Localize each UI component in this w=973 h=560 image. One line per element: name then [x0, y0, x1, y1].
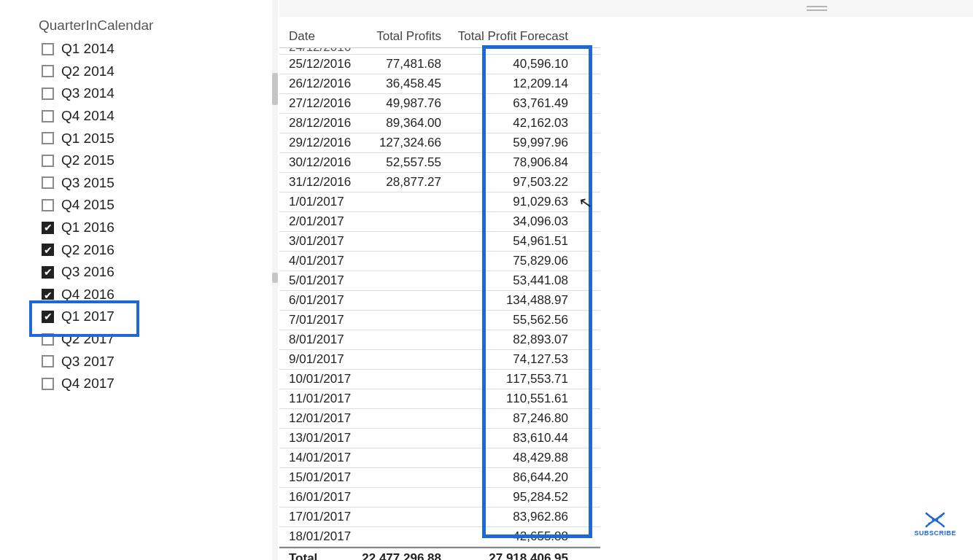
cell-forecast: 54,961.51 — [457, 234, 584, 249]
slicer-item[interactable]: Q2 2016 — [39, 238, 221, 261]
checkbox-icon[interactable] — [42, 222, 54, 234]
slicer-item-label: Q3 2014 — [61, 85, 115, 101]
table-row: 24/12/2016 — [279, 48, 600, 55]
checkbox-icon[interactable] — [42, 333, 54, 346]
quarter-slicer[interactable]: QuarterInCalendar Q1 2014Q2 2014Q3 2014Q… — [39, 18, 221, 395]
table-row[interactable]: 7/01/201755,562.56 — [279, 311, 600, 330]
checkbox-icon[interactable] — [42, 289, 54, 300]
cell-forecast: 91,029.63 — [457, 195, 584, 209]
svg-point-0 — [929, 523, 931, 525]
slicer-item[interactable]: Q4 2014 — [39, 105, 221, 128]
cell-date: 3/01/2017 — [279, 234, 361, 249]
slicer-item-label: Q4 2015 — [61, 197, 115, 213]
cell-forecast: 83,610.44 — [457, 431, 584, 446]
table-row[interactable]: 18/01/201742,655.88 — [279, 527, 600, 547]
slicer-item[interactable]: Q3 2016 — [39, 261, 221, 284]
slicer-item[interactable]: Q3 2017 — [39, 350, 221, 373]
cell-date: 18/01/2017 — [279, 529, 361, 544]
table-row[interactable]: 16/01/201795,284.52 — [279, 488, 600, 508]
slicer-item[interactable]: Q4 2015 — [39, 194, 221, 217]
slicer-item[interactable]: Q4 2017 — [39, 373, 221, 395]
table-row[interactable]: 17/01/201783,962.86 — [279, 508, 600, 527]
pane-header — [279, 0, 973, 17]
cell-forecast: 42,655.88 — [457, 529, 584, 544]
slicer-item-label: Q3 2016 — [61, 264, 115, 280]
slicer-item-label: Q3 2015 — [61, 175, 115, 191]
cell-date: 13/01/2017 — [279, 431, 361, 446]
subscribe-widget[interactable]: SUBSCRIBE — [914, 512, 956, 537]
checkbox-icon[interactable] — [42, 88, 54, 100]
table-row[interactable]: 9/01/201774,127.53 — [279, 350, 600, 370]
cell-profits: 52,557.55 — [361, 155, 457, 170]
cell-forecast: 59,997.96 — [457, 136, 584, 150]
checkbox-icon[interactable] — [42, 311, 54, 323]
table-row[interactable]: 12/01/201787,246.80 — [279, 409, 600, 429]
slicer-item[interactable]: Q2 2014 — [39, 61, 221, 83]
scrollbar-thumb[interactable] — [272, 273, 278, 283]
table-row[interactable]: 8/01/201782,893.07 — [279, 330, 600, 350]
checkbox-icon[interactable] — [42, 378, 54, 390]
checkbox-icon[interactable] — [42, 266, 54, 279]
table-row[interactable]: 25/12/201677,481.6840,596.10 — [279, 55, 600, 74]
slicer-item[interactable]: Q1 2015 — [39, 127, 221, 149]
slicer-item[interactable]: Q3 2014 — [39, 82, 221, 105]
checkbox-icon[interactable] — [42, 355, 54, 368]
table-row[interactable]: 3/01/201754,961.51 — [279, 232, 600, 252]
checkbox-icon[interactable] — [42, 176, 54, 189]
table-row[interactable]: 30/12/201652,557.5578,906.84 — [279, 153, 600, 173]
total-profits: 22,477,296.88 — [361, 551, 457, 560]
table-row[interactable]: 26/12/201636,458.4512,209.14 — [279, 74, 600, 94]
cell-forecast: 74,127.53 — [457, 352, 584, 367]
dna-icon — [925, 512, 945, 528]
cell-date: 15/01/2017 — [279, 470, 361, 485]
checkbox-icon[interactable] — [42, 244, 54, 256]
cell-forecast: 63,761.49 — [457, 96, 584, 111]
table-row[interactable]: 4/01/201775,829.06 — [279, 252, 600, 271]
profit-forecast-table[interactable]: Date Total Profits Total Profit Forecast… — [279, 26, 600, 560]
col-date[interactable]: Date — [279, 30, 361, 43]
table-row[interactable]: 29/12/2016127,324.6659,997.96 — [279, 133, 600, 153]
table-row[interactable]: 11/01/2017110,551.61 — [279, 389, 600, 409]
table-row[interactable]: 27/12/201649,987.7663,761.49 — [279, 94, 600, 114]
slicer-item[interactable]: Q2 2015 — [39, 149, 221, 172]
slicer-item[interactable]: Q3 2015 — [39, 172, 221, 195]
cell-date: 2/01/2017 — [279, 214, 361, 229]
slicer-item[interactable]: Q1 2016 — [39, 217, 221, 239]
table-row[interactable]: 13/01/201783,610.44 — [279, 429, 600, 448]
cell-forecast: 110,551.61 — [457, 392, 584, 406]
checkbox-icon[interactable] — [42, 43, 54, 55]
table-row[interactable]: 5/01/201753,441.08 — [279, 271, 600, 291]
col-profits[interactable]: Total Profits — [361, 30, 457, 43]
table-row[interactable]: 14/01/201748,429.88 — [279, 448, 600, 468]
cell-forecast: 55,562.56 — [457, 313, 584, 327]
slicer-item[interactable]: Q1 2014 — [39, 38, 221, 61]
checkbox-icon[interactable] — [42, 132, 54, 144]
table-row[interactable]: 6/01/2017134,488.97 — [279, 291, 600, 311]
cell-date: 1/01/2017 — [279, 195, 361, 209]
checkbox-icon[interactable] — [42, 110, 54, 122]
table-row[interactable]: 31/12/201628,877.2797,503.22 — [279, 173, 600, 192]
checkbox-icon[interactable] — [42, 199, 54, 211]
table-row[interactable]: 28/12/201689,364.0042,162.03 — [279, 114, 600, 133]
cell-date: 4/01/2017 — [279, 254, 361, 268]
checkbox-icon[interactable] — [42, 155, 54, 167]
table-row[interactable]: 1/01/201791,029.63 — [279, 192, 600, 212]
col-forecast[interactable]: Total Profit Forecast — [457, 30, 584, 43]
table-scrollbar[interactable] — [272, 0, 278, 560]
slicer-item-label: Q4 2016 — [61, 287, 115, 303]
slicer-item-label: Q4 2014 — [61, 108, 115, 124]
scrollbar-thumb[interactable] — [272, 73, 278, 105]
cell-profits: 89,364.00 — [361, 116, 457, 131]
slicer-item[interactable]: Q2 2017 — [39, 328, 221, 351]
checkbox-icon[interactable] — [42, 65, 54, 77]
table-row[interactable]: 15/01/201786,644.20 — [279, 468, 600, 488]
table-row[interactable]: 10/01/2017117,553.71 — [279, 370, 600, 389]
cell-forecast: 82,893.07 — [457, 332, 584, 347]
cell-date: 28/12/2016 — [279, 116, 361, 131]
cell-forecast: 83,962.86 — [457, 510, 584, 524]
drag-handle-icon[interactable] — [807, 6, 827, 11]
slicer-item[interactable]: Q4 2016 — [39, 284, 221, 306]
cell-date: 16/01/2017 — [279, 490, 361, 505]
slicer-item[interactable]: Q1 2017 — [39, 306, 221, 328]
table-row[interactable]: 2/01/201734,096.03 — [279, 212, 600, 232]
